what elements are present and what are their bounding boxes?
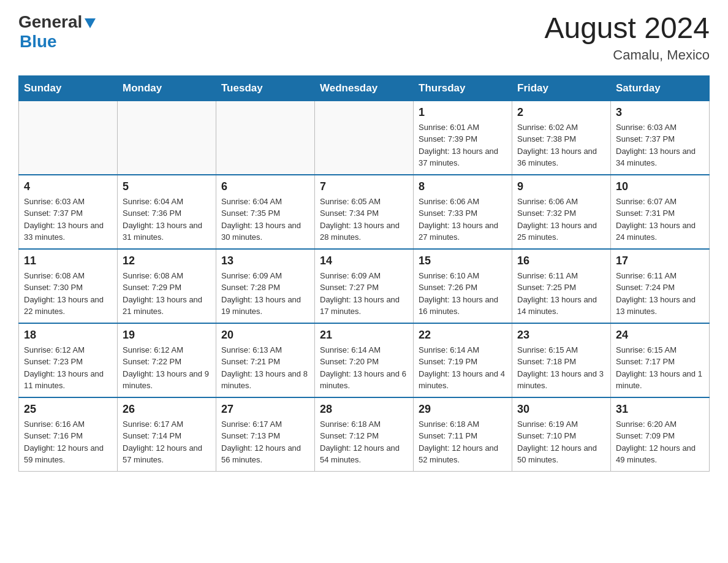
- day-info: Sunrise: 6:14 AM Sunset: 7:19 PM Dayligh…: [419, 344, 507, 392]
- day-number: 11: [24, 255, 112, 267]
- calendar-cell: 27Sunrise: 6:17 AM Sunset: 7:13 PM Dayli…: [216, 397, 315, 472]
- calendar-week-row: 4Sunrise: 6:03 AM Sunset: 7:37 PM Daylig…: [19, 175, 710, 249]
- day-info: Sunrise: 6:08 AM Sunset: 7:30 PM Dayligh…: [24, 270, 112, 318]
- calendar-cell: 20Sunrise: 6:13 AM Sunset: 7:21 PM Dayli…: [216, 323, 315, 397]
- calendar-week-row: 18Sunrise: 6:12 AM Sunset: 7:23 PM Dayli…: [19, 323, 710, 397]
- calendar-cell: 6Sunrise: 6:04 AM Sunset: 7:35 PM Daylig…: [216, 175, 315, 249]
- calendar-cell: 28Sunrise: 6:18 AM Sunset: 7:12 PM Dayli…: [315, 397, 414, 472]
- day-number: 21: [320, 329, 408, 342]
- day-info: Sunrise: 6:11 AM Sunset: 7:24 PM Dayligh…: [616, 270, 704, 318]
- day-info: Sunrise: 6:15 AM Sunset: 7:17 PM Dayligh…: [616, 344, 704, 392]
- day-info: Sunrise: 6:03 AM Sunset: 7:37 PM Dayligh…: [24, 196, 112, 243]
- day-number: 15: [419, 255, 507, 267]
- day-info: Sunrise: 6:20 AM Sunset: 7:09 PM Dayligh…: [616, 418, 704, 466]
- day-info: Sunrise: 6:12 AM Sunset: 7:23 PM Dayligh…: [24, 344, 112, 392]
- weekday-header-monday: Monday: [118, 75, 216, 101]
- day-number: 18: [24, 329, 112, 342]
- day-number: 26: [123, 403, 211, 416]
- day-number: 27: [221, 403, 309, 416]
- day-number: 6: [221, 180, 309, 193]
- day-number: 1: [419, 106, 507, 119]
- day-info: Sunrise: 6:17 AM Sunset: 7:13 PM Dayligh…: [221, 418, 309, 466]
- day-info: Sunrise: 6:05 AM Sunset: 7:34 PM Dayligh…: [320, 196, 408, 243]
- day-number: 20: [221, 329, 309, 342]
- calendar-cell: 1Sunrise: 6:01 AM Sunset: 7:39 PM Daylig…: [414, 101, 512, 175]
- svg-marker-0: [85, 18, 96, 28]
- day-number: 3: [616, 106, 704, 119]
- day-number: 7: [320, 180, 408, 193]
- day-info: Sunrise: 6:07 AM Sunset: 7:31 PM Dayligh…: [616, 196, 704, 243]
- day-number: 23: [517, 329, 605, 342]
- logo: General Blue: [18, 12, 97, 52]
- title-section: August 2024 Camalu, Mexico: [544, 12, 710, 63]
- day-number: 25: [24, 403, 112, 416]
- calendar-cell: 30Sunrise: 6:19 AM Sunset: 7:10 PM Dayli…: [512, 397, 611, 472]
- logo-blue-text: Blue: [20, 32, 57, 51]
- calendar-cell: 25Sunrise: 6:16 AM Sunset: 7:16 PM Dayli…: [19, 397, 118, 472]
- calendar-cell: 21Sunrise: 6:14 AM Sunset: 7:20 PM Dayli…: [315, 323, 414, 397]
- calendar-cell: 8Sunrise: 6:06 AM Sunset: 7:33 PM Daylig…: [414, 175, 512, 249]
- calendar-cell: 5Sunrise: 6:04 AM Sunset: 7:36 PM Daylig…: [118, 175, 216, 249]
- calendar-cell: 9Sunrise: 6:06 AM Sunset: 7:32 PM Daylig…: [512, 175, 611, 249]
- logo-general-text: General: [18, 12, 82, 32]
- day-info: Sunrise: 6:18 AM Sunset: 7:12 PM Dayligh…: [320, 418, 408, 466]
- day-info: Sunrise: 6:14 AM Sunset: 7:20 PM Dayligh…: [320, 344, 408, 392]
- day-info: Sunrise: 6:03 AM Sunset: 7:37 PM Dayligh…: [616, 121, 704, 169]
- day-info: Sunrise: 6:06 AM Sunset: 7:32 PM Dayligh…: [517, 196, 605, 243]
- day-info: Sunrise: 6:09 AM Sunset: 7:28 PM Dayligh…: [221, 270, 309, 318]
- day-number: 24: [616, 329, 704, 342]
- day-info: Sunrise: 6:06 AM Sunset: 7:33 PM Dayligh…: [419, 196, 507, 243]
- day-number: 30: [517, 403, 605, 416]
- day-info: Sunrise: 6:18 AM Sunset: 7:11 PM Dayligh…: [419, 418, 507, 466]
- day-info: Sunrise: 6:04 AM Sunset: 7:35 PM Dayligh…: [221, 196, 309, 243]
- weekday-header-tuesday: Tuesday: [216, 75, 315, 101]
- calendar-cell: 17Sunrise: 6:11 AM Sunset: 7:24 PM Dayli…: [611, 249, 710, 323]
- day-number: 16: [517, 255, 605, 267]
- day-info: Sunrise: 6:08 AM Sunset: 7:29 PM Dayligh…: [123, 270, 211, 318]
- day-number: 4: [24, 180, 112, 193]
- logo-triangle-icon: [83, 16, 97, 29]
- calendar-cell: 3Sunrise: 6:03 AM Sunset: 7:37 PM Daylig…: [611, 101, 710, 175]
- day-info: Sunrise: 6:16 AM Sunset: 7:16 PM Dayligh…: [24, 418, 112, 466]
- weekday-header-saturday: Saturday: [611, 75, 710, 101]
- day-info: Sunrise: 6:10 AM Sunset: 7:26 PM Dayligh…: [419, 270, 507, 318]
- calendar-cell: 7Sunrise: 6:05 AM Sunset: 7:34 PM Daylig…: [315, 175, 414, 249]
- day-number: 5: [123, 180, 211, 193]
- calendar-table: SundayMondayTuesdayWednesdayThursdayFrid…: [18, 75, 710, 472]
- calendar-cell: [216, 101, 315, 175]
- weekday-header-sunday: Sunday: [19, 75, 118, 101]
- calendar-cell: 29Sunrise: 6:18 AM Sunset: 7:11 PM Dayli…: [414, 397, 512, 472]
- day-number: 9: [517, 180, 605, 193]
- calendar-cell: 4Sunrise: 6:03 AM Sunset: 7:37 PM Daylig…: [19, 175, 118, 249]
- calendar-cell: 18Sunrise: 6:12 AM Sunset: 7:23 PM Dayli…: [19, 323, 118, 397]
- calendar-cell: 23Sunrise: 6:15 AM Sunset: 7:18 PM Dayli…: [512, 323, 611, 397]
- calendar-cell: 26Sunrise: 6:17 AM Sunset: 7:14 PM Dayli…: [118, 397, 216, 472]
- day-number: 12: [123, 255, 211, 267]
- day-number: 22: [419, 329, 507, 342]
- calendar-cell: [315, 101, 414, 175]
- day-info: Sunrise: 6:19 AM Sunset: 7:10 PM Dayligh…: [517, 418, 605, 466]
- day-number: 10: [616, 180, 704, 193]
- location-label: Camalu, Mexico: [544, 47, 710, 63]
- calendar-cell: [19, 101, 118, 175]
- day-number: 29: [419, 403, 507, 416]
- day-number: 19: [123, 329, 211, 342]
- day-info: Sunrise: 6:11 AM Sunset: 7:25 PM Dayligh…: [517, 270, 605, 318]
- calendar-week-row: 11Sunrise: 6:08 AM Sunset: 7:30 PM Dayli…: [19, 249, 710, 323]
- calendar-cell: 31Sunrise: 6:20 AM Sunset: 7:09 PM Dayli…: [611, 397, 710, 472]
- calendar-header-row: SundayMondayTuesdayWednesdayThursdayFrid…: [19, 75, 710, 101]
- calendar-cell: 10Sunrise: 6:07 AM Sunset: 7:31 PM Dayli…: [611, 175, 710, 249]
- page-header: General Blue August 2024 Camalu, Mexico: [18, 12, 710, 63]
- calendar-cell: 13Sunrise: 6:09 AM Sunset: 7:28 PM Dayli…: [216, 249, 315, 323]
- calendar-cell: 12Sunrise: 6:08 AM Sunset: 7:29 PM Dayli…: [118, 249, 216, 323]
- day-info: Sunrise: 6:13 AM Sunset: 7:21 PM Dayligh…: [221, 344, 309, 392]
- calendar-cell: 14Sunrise: 6:09 AM Sunset: 7:27 PM Dayli…: [315, 249, 414, 323]
- day-info: Sunrise: 6:01 AM Sunset: 7:39 PM Dayligh…: [419, 121, 507, 169]
- calendar-cell: 15Sunrise: 6:10 AM Sunset: 7:26 PM Dayli…: [414, 249, 512, 323]
- weekday-header-friday: Friday: [512, 75, 611, 101]
- weekday-header-wednesday: Wednesday: [315, 75, 414, 101]
- day-info: Sunrise: 6:15 AM Sunset: 7:18 PM Dayligh…: [517, 344, 605, 392]
- day-number: 13: [221, 255, 309, 267]
- weekday-header-thursday: Thursday: [414, 75, 512, 101]
- day-number: 14: [320, 255, 408, 267]
